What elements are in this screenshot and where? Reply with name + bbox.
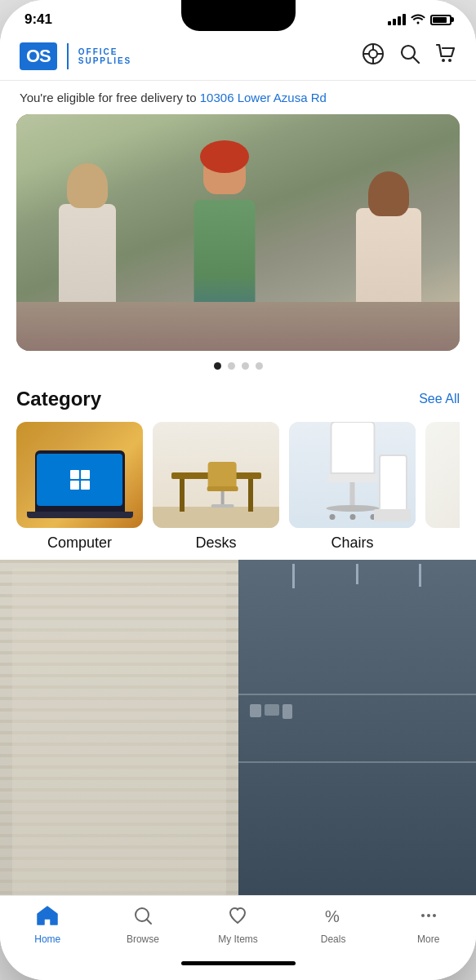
phone-frame: 9:41 OS OFFICE SUPPLIES	[0, 0, 476, 980]
logo: OS OFFICE SUPPLIES	[20, 42, 131, 70]
category-item-computer[interactable]: Computer	[16, 422, 143, 552]
home-indicator	[181, 961, 296, 965]
home-icon	[37, 906, 58, 930]
support-icon[interactable]	[362, 42, 385, 70]
logo-divider	[67, 43, 69, 69]
carousel-dots	[16, 351, 460, 373]
logo-badge: OS	[20, 42, 57, 70]
bottom-image	[0, 560, 476, 895]
category-label-desks: Desks	[195, 534, 236, 552]
more-icon	[419, 906, 438, 930]
nav-item-my-items[interactable]: My Items	[213, 906, 262, 945]
carousel-image[interactable]	[16, 114, 460, 351]
carousel-dot-4[interactable]	[256, 362, 263, 370]
bottom-scene	[0, 560, 476, 895]
svg-line-7	[413, 57, 419, 63]
carousel-dot-3[interactable]	[242, 362, 249, 370]
search-icon[interactable]	[399, 43, 420, 69]
signal-icon	[388, 14, 406, 25]
nav-item-home[interactable]: Home	[23, 906, 72, 945]
nav-item-more[interactable]: More	[404, 906, 453, 945]
carousel-dot-2[interactable]	[228, 362, 235, 370]
svg-text:%: %	[325, 907, 340, 925]
battery-icon	[430, 15, 452, 25]
svg-point-15	[433, 914, 436, 917]
see-all-button[interactable]: See All	[419, 392, 460, 406]
nav-label-my-items: My Items	[218, 933, 258, 945]
nav-item-deals[interactable]: % Deals	[309, 906, 358, 945]
category-image-chairs	[289, 422, 416, 528]
category-label-chairs: Chairs	[331, 534, 373, 552]
browse-icon	[133, 906, 153, 930]
category-section: Category See All	[0, 373, 476, 560]
deals-icon: %	[323, 906, 343, 930]
category-row: Computer	[16, 422, 460, 552]
chair-graphic	[322, 422, 383, 520]
my-items-icon	[228, 906, 247, 930]
status-icons	[388, 13, 452, 27]
svg-line-11	[146, 920, 151, 925]
notch	[181, 0, 296, 31]
wifi-icon	[411, 13, 425, 27]
logo-text: OFFICE SUPPLIES	[78, 47, 131, 65]
category-image-next	[425, 422, 460, 528]
nav-label-deals: Deals	[321, 933, 346, 945]
nav-item-browse[interactable]: Browse	[118, 906, 167, 945]
cart-icon[interactable]	[435, 43, 456, 69]
category-title: Category	[16, 388, 101, 410]
home-indicator-bar	[0, 961, 476, 980]
hero-scene	[16, 114, 460, 351]
scroll-content: Category See All	[0, 114, 476, 895]
status-time: 9:41	[24, 11, 52, 28]
category-header: Category See All	[16, 388, 460, 410]
svg-point-13	[421, 914, 425, 917]
carousel-dot-1[interactable]	[214, 362, 221, 370]
nav-label-more: More	[417, 933, 439, 945]
category-item-chairs[interactable]: Chairs	[289, 422, 416, 552]
category-label-computer: Computer	[47, 534, 112, 552]
carousel	[0, 114, 476, 373]
svg-point-14	[427, 914, 430, 917]
category-image-desks	[153, 422, 279, 528]
category-item-desks[interactable]: Desks	[153, 422, 279, 552]
delivery-address[interactable]: 10306 Lower Azusa Rd	[200, 91, 327, 104]
svg-point-9	[448, 59, 452, 62]
nav-label-home: Home	[34, 933, 60, 945]
svg-point-1	[369, 50, 377, 58]
nav-label-browse: Browse	[127, 933, 159, 945]
bottom-nav: Home Browse My Items %	[0, 895, 476, 961]
category-item-next[interactable]	[425, 422, 460, 552]
header-icons	[362, 42, 456, 70]
category-image-computer	[16, 422, 143, 528]
svg-point-8	[442, 59, 445, 62]
app-header: OS OFFICE SUPPLIES	[0, 34, 476, 80]
delivery-banner: You're eligible for free delivery to 103…	[0, 81, 476, 114]
